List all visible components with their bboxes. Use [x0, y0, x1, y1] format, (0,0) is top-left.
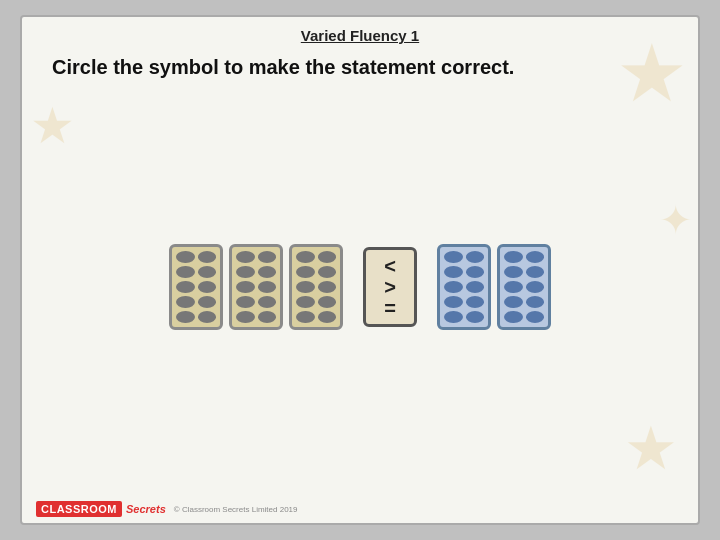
classroom-secrets-logo: CLASSROOM Secrets	[36, 501, 166, 517]
dot	[198, 311, 217, 323]
dot	[176, 251, 195, 263]
dot	[258, 251, 277, 263]
dot	[258, 311, 277, 323]
dot	[296, 311, 315, 323]
dot	[526, 281, 545, 293]
bottom-bar: CLASSROOM Secrets © Classroom Secrets Li…	[22, 495, 698, 523]
dot	[318, 266, 337, 278]
page-title: Varied Fluency 1	[22, 17, 698, 48]
dot	[176, 281, 195, 293]
copyright-text: © Classroom Secrets Limited 2019	[174, 505, 298, 514]
dot	[444, 266, 463, 278]
dot	[198, 296, 217, 308]
dot	[318, 251, 337, 263]
symbol-less-than[interactable]: <	[384, 256, 396, 276]
dot	[198, 251, 217, 263]
dot	[236, 266, 255, 278]
right-frame-1	[437, 244, 491, 330]
dot	[236, 251, 255, 263]
dot	[198, 266, 217, 278]
dot	[466, 311, 485, 323]
dot	[236, 311, 255, 323]
dot	[466, 281, 485, 293]
dot	[296, 296, 315, 308]
dot	[444, 311, 463, 323]
left-frame-2	[229, 244, 283, 330]
dot	[526, 251, 545, 263]
dot	[318, 311, 337, 323]
dot	[526, 266, 545, 278]
dot	[444, 296, 463, 308]
dot	[526, 311, 545, 323]
dot	[466, 251, 485, 263]
dot	[444, 281, 463, 293]
symbol-greater-than[interactable]: >	[384, 277, 396, 297]
dot	[526, 296, 545, 308]
dot	[236, 296, 255, 308]
left-ten-frame-group	[169, 244, 343, 330]
dot	[466, 296, 485, 308]
logo-box-label: CLASSROOM	[36, 501, 122, 517]
dot	[176, 266, 195, 278]
right-ten-frame-group	[437, 244, 551, 330]
dot	[444, 251, 463, 263]
dot	[318, 281, 337, 293]
dot	[466, 266, 485, 278]
dot	[504, 296, 523, 308]
right-frame-2	[497, 244, 551, 330]
symbol-equals[interactable]: =	[384, 298, 396, 318]
dot	[176, 296, 195, 308]
dot	[296, 281, 315, 293]
dot	[258, 281, 277, 293]
main-card: ★ ★ ★ ✦ Varied Fluency 1 Circle the symb…	[20, 15, 700, 525]
dot	[236, 281, 255, 293]
left-frame-3	[289, 244, 343, 330]
dot	[258, 266, 277, 278]
logo-script-label: Secrets	[126, 503, 166, 515]
dot	[176, 311, 195, 323]
symbol-selection-box[interactable]: < > =	[363, 247, 417, 327]
dot	[504, 281, 523, 293]
dot	[258, 296, 277, 308]
dot	[296, 251, 315, 263]
content-area: < > =	[22, 79, 698, 495]
left-frame-1	[169, 244, 223, 330]
instruction-text: Circle the symbol to make the statement …	[22, 48, 698, 79]
dot	[504, 251, 523, 263]
dot	[296, 266, 315, 278]
dot	[504, 311, 523, 323]
dot	[198, 281, 217, 293]
dot	[318, 296, 337, 308]
dot	[504, 266, 523, 278]
